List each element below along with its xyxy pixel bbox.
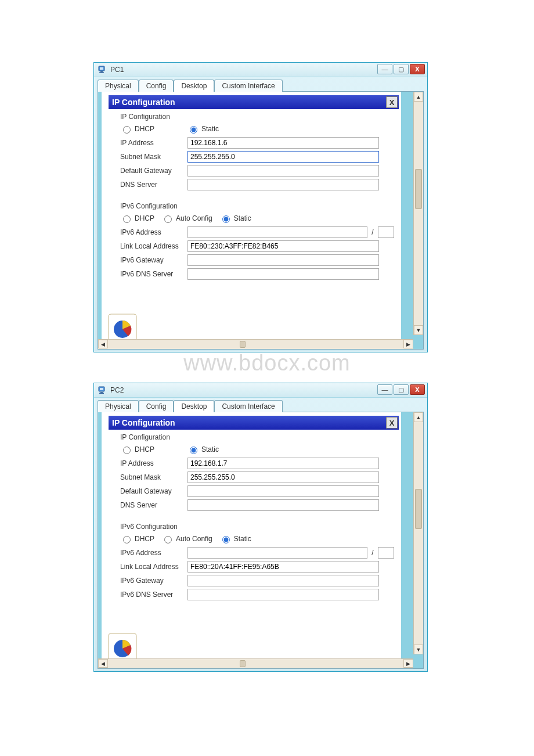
pc2-titlebar[interactable]: PC2 — ▢ X <box>94 383 427 398</box>
window-controls: — ▢ X <box>377 384 425 395</box>
watermark-text: www.bdocx.com <box>0 351 534 376</box>
subnet-mask-label: Subnet Mask <box>112 473 187 481</box>
subnet-mask-input[interactable] <box>187 471 379 483</box>
default-gateway-input[interactable] <box>187 485 379 497</box>
svg-rect-2 <box>100 71 103 73</box>
ipv6-static-option[interactable]: Static <box>219 534 251 543</box>
tab-physical[interactable]: Physical <box>98 80 139 92</box>
default-gateway-input[interactable] <box>187 165 379 177</box>
ipv6-static-radio[interactable] <box>222 536 230 543</box>
scroll-up-icon[interactable]: ▲ <box>414 412 423 422</box>
ipv6-static-radio[interactable] <box>222 215 230 223</box>
ipv4-static-label: Static <box>201 445 219 453</box>
tab-desktop[interactable]: Desktop <box>174 80 214 92</box>
scroll-right-icon[interactable]: ▶ <box>403 340 413 348</box>
scroll-down-icon[interactable]: ▼ <box>414 645 423 654</box>
scroll-track[interactable] <box>414 422 423 645</box>
tab-custom-interface[interactable]: Custom Interface <box>214 400 282 412</box>
svg-rect-8 <box>99 393 104 394</box>
scroll-thumb[interactable] <box>415 489 422 529</box>
ipv6-dns-label: IPv6 DNS Server <box>112 270 187 278</box>
scroll-thumb[interactable] <box>415 169 422 209</box>
ip-config-panel-body: IP Configuration DHCP Static <box>109 430 399 605</box>
vertical-scrollbar[interactable]: ▲ ▼ <box>413 92 423 335</box>
ipv4-static-option[interactable]: Static <box>187 445 219 454</box>
h-scroll-thumb[interactable] <box>240 660 246 667</box>
scroll-left-icon[interactable]: ◀ <box>98 659 108 668</box>
close-button[interactable]: X <box>410 384 425 395</box>
h-scroll-thumb[interactable] <box>240 341 246 348</box>
ipv4-dhcp-option[interactable]: DHCP <box>120 445 154 454</box>
ipv6-auto-radio[interactable] <box>164 215 172 223</box>
ipv6-auto-option[interactable]: Auto Config <box>161 534 212 543</box>
dns-server-input[interactable] <box>187 179 379 190</box>
tab-physical[interactable]: Physical <box>98 400 139 412</box>
ipv4-static-radio[interactable] <box>190 447 197 454</box>
ipv6-dns-input[interactable] <box>187 589 379 600</box>
ipv4-dhcp-option[interactable]: DHCP <box>120 124 154 134</box>
minimize-icon: — <box>382 66 388 73</box>
scroll-track[interactable] <box>414 102 423 325</box>
ipv6-dns-input[interactable] <box>187 268 379 280</box>
tab-desktop[interactable]: Desktop <box>174 400 214 412</box>
svg-rect-6 <box>100 388 103 390</box>
minimize-button[interactable]: — <box>377 64 392 74</box>
horizontal-scrollbar[interactable]: ◀ ▶ <box>98 339 413 349</box>
ipv4-static-radio[interactable] <box>190 126 197 134</box>
minimize-button[interactable]: — <box>377 384 392 395</box>
ip-address-row: IP Address <box>112 456 395 470</box>
ipv4-dhcp-radio[interactable] <box>123 126 131 134</box>
close-icon: X <box>389 98 395 107</box>
ip-address-input[interactable] <box>187 137 379 149</box>
link-local-input[interactable] <box>187 240 379 252</box>
ipv6-dhcp-radio[interactable] <box>123 536 131 543</box>
ipv6-gateway-input[interactable] <box>187 254 379 266</box>
ipv6-static-option[interactable]: Static <box>219 214 251 223</box>
horizontal-scrollbar[interactable]: ◀ ▶ <box>98 658 413 668</box>
ipv6-dns-row: IPv6 DNS Server <box>112 267 395 281</box>
tab-custom-interface[interactable]: Custom Interface <box>214 80 282 92</box>
ipv4-static-option[interactable]: Static <box>187 124 219 134</box>
ipv6-auto-option[interactable]: Auto Config <box>161 214 212 223</box>
scroll-down-icon[interactable]: ▼ <box>414 325 423 335</box>
ipv6-prefix-input[interactable] <box>378 226 394 238</box>
ip-config-panel-close-button[interactable]: X <box>386 96 398 108</box>
link-local-row: Link Local Address <box>112 239 395 253</box>
ipv4-dhcp-label: DHCP <box>135 125 154 133</box>
pc-icon <box>98 65 107 74</box>
subnet-mask-row: Subnet Mask <box>112 470 395 484</box>
ip-config-panel-header[interactable]: IP Configuration X <box>109 416 399 430</box>
ip-address-input[interactable] <box>187 458 379 469</box>
ip-config-panel-close-button[interactable]: X <box>386 417 398 429</box>
window-controls: — ▢ X <box>377 64 425 74</box>
ipv6-address-input[interactable] <box>187 226 367 238</box>
ipv6-auto-radio[interactable] <box>164 536 172 543</box>
ipv4-legend: IP Configuration <box>120 433 395 441</box>
subnet-mask-input[interactable] <box>187 151 379 163</box>
scroll-left-icon[interactable]: ◀ <box>98 340 108 348</box>
ip-config-panel: IP Configuration X IP Configuration DHCP <box>109 95 399 285</box>
scroll-right-icon[interactable]: ▶ <box>403 659 413 668</box>
link-local-input[interactable] <box>187 561 379 573</box>
pc1-titlebar[interactable]: PC1 — ▢ X <box>94 63 427 77</box>
default-gateway-label: Default Gateway <box>112 167 187 175</box>
tab-config[interactable]: Config <box>139 400 174 412</box>
close-button[interactable]: X <box>410 64 425 74</box>
maximize-button[interactable]: ▢ <box>394 384 409 395</box>
vertical-scrollbar[interactable]: ▲ ▼ <box>413 412 423 654</box>
maximize-button[interactable]: ▢ <box>394 64 409 74</box>
ipv6-dhcp-option[interactable]: DHCP <box>120 214 154 223</box>
dns-server-input[interactable] <box>187 499 379 511</box>
ipv6-prefix-sep: / <box>367 228 378 236</box>
scroll-up-icon[interactable]: ▲ <box>414 92 423 102</box>
tab-config[interactable]: Config <box>139 80 174 92</box>
ipv6-prefix-input[interactable] <box>378 547 394 559</box>
ipv6-dhcp-radio[interactable] <box>123 215 131 223</box>
ipv6-gateway-input[interactable] <box>187 575 379 586</box>
ipv4-dhcp-radio[interactable] <box>123 447 131 454</box>
ipv6-dhcp-option[interactable]: DHCP <box>120 534 154 543</box>
ipv6-gateway-row: IPv6 Gateway <box>112 253 395 267</box>
ipv6-address-input[interactable] <box>187 547 367 559</box>
pc1-desktop-area: IP Configuration X IP Configuration DHCP <box>98 92 423 349</box>
ip-config-panel-header[interactable]: IP Configuration X <box>109 95 399 109</box>
